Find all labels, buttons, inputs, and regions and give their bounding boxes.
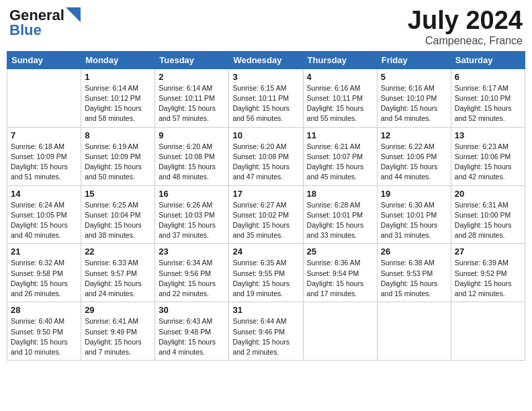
calendar-cell: 11Sunrise: 6:21 AM Sunset: 10:07 PM Dayl…: [303, 127, 377, 185]
day-number: 26: [381, 246, 447, 257]
day-info: Sunrise: 6:14 AM Sunset: 10:12 PM Daylig…: [85, 83, 151, 124]
day-info: Sunrise: 6:26 AM Sunset: 10:03 PM Daylig…: [159, 200, 225, 241]
calendar-cell: 8Sunrise: 6:19 AM Sunset: 10:09 PM Dayli…: [81, 127, 155, 185]
calendar-cell: 13Sunrise: 6:23 AM Sunset: 10:06 PM Dayl…: [451, 127, 525, 185]
day-info: Sunrise: 6:31 AM Sunset: 10:00 PM Daylig…: [455, 200, 521, 241]
day-info: Sunrise: 6:32 AM Sunset: 9:58 PM Dayligh…: [11, 258, 77, 299]
calendar-header-tuesday: Tuesday: [155, 51, 229, 68]
calendar-week-row: 1Sunrise: 6:14 AM Sunset: 10:12 PM Dayli…: [7, 68, 525, 127]
calendar-header-row: SundayMondayTuesdayWednesdayThursdayFrid…: [7, 51, 525, 68]
calendar-cell: 17Sunrise: 6:27 AM Sunset: 10:02 PM Dayl…: [229, 185, 303, 244]
calendar-cell: [303, 302, 377, 361]
day-number: 23: [159, 246, 225, 257]
calendar-cell: 24Sunrise: 6:35 AM Sunset: 9:55 PM Dayli…: [229, 244, 303, 302]
calendar-cell: 28Sunrise: 6:40 AM Sunset: 9:50 PM Dayli…: [7, 302, 81, 361]
month-title: July 2024: [408, 7, 523, 35]
calendar-cell: 21Sunrise: 6:32 AM Sunset: 9:58 PM Dayli…: [7, 244, 81, 302]
calendar-header-sunday: Sunday: [7, 51, 81, 68]
calendar-cell: 23Sunrise: 6:34 AM Sunset: 9:56 PM Dayli…: [155, 244, 229, 302]
calendar-cell: [451, 302, 525, 361]
day-number: 10: [232, 130, 299, 140]
day-number: 21: [11, 246, 77, 257]
calendar-cell: 16Sunrise: 6:26 AM Sunset: 10:03 PM Dayl…: [155, 185, 229, 244]
day-info: Sunrise: 6:34 AM Sunset: 9:56 PM Dayligh…: [159, 258, 225, 299]
page-header: General Blue July 2024 Campeneac, France: [7, 7, 525, 47]
calendar-cell: 1Sunrise: 6:14 AM Sunset: 10:12 PM Dayli…: [81, 68, 155, 127]
day-info: Sunrise: 6:18 AM Sunset: 10:09 PM Daylig…: [11, 142, 77, 183]
location-title: Campeneac, France: [408, 35, 523, 47]
calendar-cell: 20Sunrise: 6:31 AM Sunset: 10:00 PM Dayl…: [451, 185, 525, 244]
calendar-cell: [377, 302, 451, 361]
calendar-header-friday: Friday: [377, 51, 451, 68]
calendar-cell: 26Sunrise: 6:38 AM Sunset: 9:53 PM Dayli…: [377, 244, 451, 302]
day-info: Sunrise: 6:16 AM Sunset: 10:11 PM Daylig…: [307, 83, 373, 124]
svg-marker-0: [66, 7, 81, 22]
day-info: Sunrise: 6:27 AM Sunset: 10:02 PM Daylig…: [232, 200, 299, 241]
day-info: Sunrise: 6:40 AM Sunset: 9:50 PM Dayligh…: [11, 316, 77, 357]
calendar-cell: 7Sunrise: 6:18 AM Sunset: 10:09 PM Dayli…: [7, 127, 81, 185]
calendar-week-row: 21Sunrise: 6:32 AM Sunset: 9:58 PM Dayli…: [7, 244, 525, 302]
calendar-cell: 31Sunrise: 6:44 AM Sunset: 9:46 PM Dayli…: [229, 302, 303, 361]
day-number: 28: [11, 305, 77, 315]
day-info: Sunrise: 6:41 AM Sunset: 9:49 PM Dayligh…: [85, 316, 151, 357]
day-info: Sunrise: 6:35 AM Sunset: 9:55 PM Dayligh…: [232, 258, 299, 299]
day-info: Sunrise: 6:23 AM Sunset: 10:06 PM Daylig…: [455, 142, 521, 183]
calendar-header-monday: Monday: [81, 51, 155, 68]
day-number: 3: [232, 72, 299, 82]
calendar-table: SundayMondayTuesdayWednesdayThursdayFrid…: [7, 51, 525, 361]
day-number: 18: [307, 189, 373, 199]
day-info: Sunrise: 6:16 AM Sunset: 10:10 PM Daylig…: [381, 83, 447, 124]
day-number: 30: [159, 305, 225, 315]
calendar-cell: 29Sunrise: 6:41 AM Sunset: 9:49 PM Dayli…: [81, 302, 155, 361]
day-number: 19: [381, 189, 447, 199]
calendar-week-row: 7Sunrise: 6:18 AM Sunset: 10:09 PM Dayli…: [7, 127, 525, 185]
day-info: Sunrise: 6:19 AM Sunset: 10:09 PM Daylig…: [85, 142, 151, 183]
day-info: Sunrise: 6:33 AM Sunset: 9:57 PM Dayligh…: [85, 258, 151, 299]
day-number: 13: [455, 130, 521, 140]
day-number: 31: [232, 305, 299, 315]
day-number: 14: [11, 189, 77, 199]
day-number: 12: [381, 130, 447, 140]
calendar-cell: 25Sunrise: 6:36 AM Sunset: 9:54 PM Dayli…: [303, 244, 377, 302]
calendar-header-thursday: Thursday: [303, 51, 377, 68]
day-number: 2: [159, 72, 225, 82]
calendar-cell: 19Sunrise: 6:30 AM Sunset: 10:01 PM Dayl…: [377, 185, 451, 244]
day-number: 27: [455, 246, 521, 257]
day-number: 1: [85, 72, 151, 82]
calendar-cell: 2Sunrise: 6:14 AM Sunset: 10:11 PM Dayli…: [155, 68, 229, 127]
calendar-week-row: 28Sunrise: 6:40 AM Sunset: 9:50 PM Dayli…: [7, 302, 525, 361]
day-info: Sunrise: 6:39 AM Sunset: 9:52 PM Dayligh…: [455, 258, 521, 299]
day-number: 6: [455, 72, 521, 82]
day-info: Sunrise: 6:14 AM Sunset: 10:11 PM Daylig…: [159, 83, 225, 124]
logo-arrow-icon: [66, 7, 81, 22]
title-block: July 2024 Campeneac, France: [408, 7, 523, 47]
day-number: 9: [159, 130, 225, 140]
calendar-cell: 6Sunrise: 6:17 AM Sunset: 10:10 PM Dayli…: [451, 68, 525, 127]
day-info: Sunrise: 6:20 AM Sunset: 10:08 PM Daylig…: [232, 142, 299, 183]
calendar-cell: 5Sunrise: 6:16 AM Sunset: 10:10 PM Dayli…: [377, 68, 451, 127]
calendar-cell: 15Sunrise: 6:25 AM Sunset: 10:04 PM Dayl…: [81, 185, 155, 244]
day-info: Sunrise: 6:22 AM Sunset: 10:06 PM Daylig…: [381, 142, 447, 183]
calendar-cell: [7, 68, 81, 127]
logo: General Blue: [9, 7, 81, 39]
day-info: Sunrise: 6:20 AM Sunset: 10:08 PM Daylig…: [159, 142, 225, 183]
day-info: Sunrise: 6:38 AM Sunset: 9:53 PM Dayligh…: [381, 258, 447, 299]
day-info: Sunrise: 6:28 AM Sunset: 10:01 PM Daylig…: [307, 200, 373, 241]
day-number: 7: [11, 130, 77, 140]
day-number: 16: [159, 189, 225, 199]
day-info: Sunrise: 6:30 AM Sunset: 10:01 PM Daylig…: [381, 200, 447, 241]
day-number: 29: [85, 305, 151, 315]
calendar-cell: 10Sunrise: 6:20 AM Sunset: 10:08 PM Dayl…: [229, 127, 303, 185]
calendar-cell: 14Sunrise: 6:24 AM Sunset: 10:05 PM Dayl…: [7, 185, 81, 244]
day-info: Sunrise: 6:43 AM Sunset: 9:48 PM Dayligh…: [159, 316, 225, 357]
day-info: Sunrise: 6:17 AM Sunset: 10:10 PM Daylig…: [455, 83, 521, 124]
day-info: Sunrise: 6:21 AM Sunset: 10:07 PM Daylig…: [307, 142, 373, 183]
calendar-week-row: 14Sunrise: 6:24 AM Sunset: 10:05 PM Dayl…: [7, 185, 525, 244]
day-info: Sunrise: 6:25 AM Sunset: 10:04 PM Daylig…: [85, 200, 151, 241]
calendar-cell: 22Sunrise: 6:33 AM Sunset: 9:57 PM Dayli…: [81, 244, 155, 302]
day-number: 5: [381, 72, 447, 82]
day-number: 8: [85, 130, 151, 140]
day-info: Sunrise: 6:15 AM Sunset: 10:11 PM Daylig…: [232, 83, 299, 124]
calendar-cell: 12Sunrise: 6:22 AM Sunset: 10:06 PM Dayl…: [377, 127, 451, 185]
calendar-cell: 30Sunrise: 6:43 AM Sunset: 9:48 PM Dayli…: [155, 302, 229, 361]
